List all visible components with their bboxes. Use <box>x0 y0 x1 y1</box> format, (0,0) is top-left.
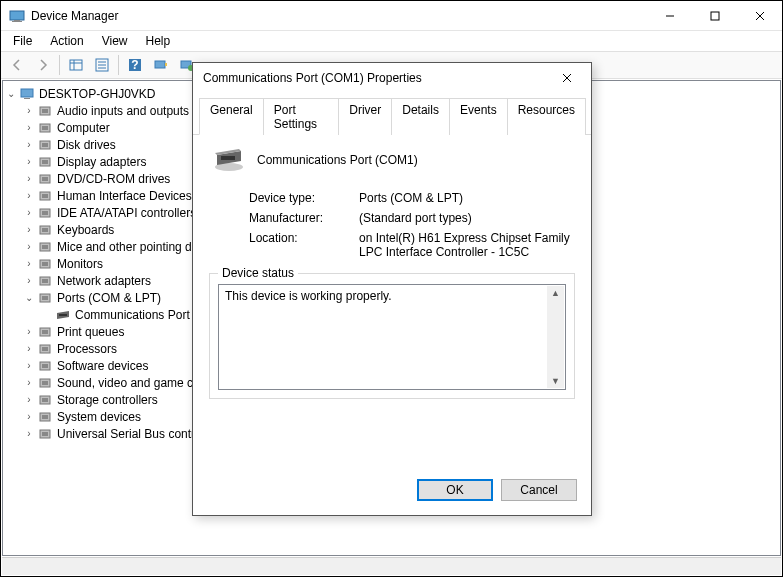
tree-twisty[interactable]: › <box>23 343 35 354</box>
svg-rect-31 <box>42 177 48 181</box>
tree-twisty[interactable]: ⌄ <box>23 292 35 303</box>
svg-rect-56 <box>42 398 48 402</box>
svg-rect-4 <box>711 12 719 20</box>
svg-rect-33 <box>42 194 48 198</box>
svg-rect-17 <box>165 63 167 66</box>
generic-device-icon <box>37 324 53 340</box>
scroll-up-icon[interactable]: ▲ <box>551 286 560 300</box>
properties-dialog: Communications Port (COM1) Properties Ge… <box>192 62 592 516</box>
generic-device-icon <box>37 188 53 204</box>
forward-button[interactable] <box>31 53 55 77</box>
menu-view[interactable]: View <box>94 32 136 50</box>
titlebar: Device Manager <box>1 1 782 31</box>
manufacturer-value: (Standard port types) <box>359 211 575 225</box>
tree-twisty[interactable]: › <box>23 258 35 269</box>
ok-button[interactable]: OK <box>417 479 493 501</box>
menu-help[interactable]: Help <box>138 32 179 50</box>
tree-label: Audio inputs and outputs <box>57 104 189 118</box>
type-label: Device type: <box>249 191 359 205</box>
svg-rect-45 <box>42 296 48 300</box>
tree-twisty[interactable]: › <box>23 275 35 286</box>
tab-port-settings[interactable]: Port Settings <box>263 98 340 135</box>
scan-hardware-button[interactable] <box>149 53 173 77</box>
generic-device-icon <box>37 256 53 272</box>
svg-rect-7 <box>70 60 82 70</box>
svg-rect-25 <box>42 126 48 130</box>
tree-twisty[interactable]: › <box>23 207 35 218</box>
svg-rect-46 <box>59 314 67 316</box>
back-button[interactable] <box>5 53 29 77</box>
dialog-title: Communications Port (COM1) Properties <box>203 71 547 85</box>
tree-label: DESKTOP-GHJ0VKD <box>39 87 155 101</box>
tree-label: Storage controllers <box>57 393 158 407</box>
maximize-button[interactable] <box>692 1 737 30</box>
svg-text:?: ? <box>131 58 138 72</box>
tree-twisty[interactable]: › <box>23 173 35 184</box>
tab-details[interactable]: Details <box>391 98 450 135</box>
svg-rect-39 <box>42 245 48 249</box>
tree-label: Network adapters <box>57 274 151 288</box>
tree-label: Display adapters <box>57 155 146 169</box>
generic-device-icon <box>37 273 53 289</box>
generic-device-icon <box>37 239 53 255</box>
tree-twisty[interactable]: › <box>23 122 35 133</box>
window-buttons <box>647 1 782 30</box>
svg-rect-52 <box>42 364 48 368</box>
help-button[interactable]: ? <box>123 53 147 77</box>
tab-general[interactable]: General <box>199 98 264 135</box>
tree-label: Keyboards <box>57 223 114 237</box>
tree-label: DVD/CD-ROM drives <box>57 172 170 186</box>
tab-events[interactable]: Events <box>449 98 508 135</box>
tree-twisty[interactable]: ⌄ <box>5 88 17 99</box>
scrollbar[interactable]: ▲ ▼ <box>547 286 564 388</box>
tree-twisty[interactable]: › <box>23 377 35 388</box>
menu-file[interactable]: File <box>5 32 40 50</box>
dialog-buttons: OK Cancel <box>193 469 591 515</box>
dialog-titlebar: Communications Port (COM1) Properties <box>193 63 591 93</box>
tree-twisty[interactable]: › <box>23 326 35 337</box>
generic-device-icon <box>37 341 53 357</box>
svg-rect-29 <box>42 160 48 164</box>
tab-driver[interactable]: Driver <box>338 98 392 135</box>
tree-label: Print queues <box>57 325 124 339</box>
tree-twisty[interactable]: › <box>23 241 35 252</box>
close-button[interactable] <box>737 1 782 30</box>
generic-device-icon <box>37 205 53 221</box>
tree-twisty[interactable]: › <box>23 139 35 150</box>
generic-device-icon <box>37 426 53 442</box>
show-hidden-button[interactable] <box>64 53 88 77</box>
tree-label: Human Interface Devices <box>57 189 192 203</box>
manufacturer-label: Manufacturer: <box>249 211 359 225</box>
svg-rect-58 <box>42 415 48 419</box>
minimize-button[interactable] <box>647 1 692 30</box>
tree-twisty[interactable]: › <box>23 428 35 439</box>
menu-action[interactable]: Action <box>42 32 91 50</box>
dialog-close-button[interactable] <box>547 64 587 92</box>
tree-label: System devices <box>57 410 141 424</box>
cancel-button[interactable]: Cancel <box>501 479 577 501</box>
status-textbox[interactable]: This device is working properly. ▲ ▼ <box>218 284 566 390</box>
generic-device-icon <box>37 358 53 374</box>
device-status-group: Device status This device is working pro… <box>209 273 575 399</box>
location-label: Location: <box>249 231 359 259</box>
tree-twisty[interactable]: › <box>23 105 35 116</box>
scroll-down-icon[interactable]: ▼ <box>551 374 560 388</box>
generic-device-icon <box>37 120 53 136</box>
tree-label: Processors <box>57 342 117 356</box>
tree-twisty[interactable]: › <box>23 360 35 371</box>
toolbar-separator <box>118 55 119 75</box>
tree-twisty[interactable]: › <box>23 224 35 235</box>
location-value: on Intel(R) H61 Express Chipset Family L… <box>359 231 575 259</box>
tree-twisty[interactable]: › <box>23 156 35 167</box>
type-value: Ports (COM & LPT) <box>359 191 575 205</box>
window-title: Device Manager <box>31 9 647 23</box>
tree-twisty[interactable]: › <box>23 411 35 422</box>
tree-label: IDE ATA/ATAPI controllers <box>57 206 196 220</box>
tree-twisty[interactable]: › <box>23 190 35 201</box>
tree-label: Software devices <box>57 359 148 373</box>
port-icon <box>55 307 71 323</box>
properties-button[interactable] <box>90 53 114 77</box>
tree-twisty[interactable]: › <box>23 394 35 405</box>
menubar: File Action View Help <box>1 31 782 51</box>
tab-resources[interactable]: Resources <box>507 98 586 135</box>
